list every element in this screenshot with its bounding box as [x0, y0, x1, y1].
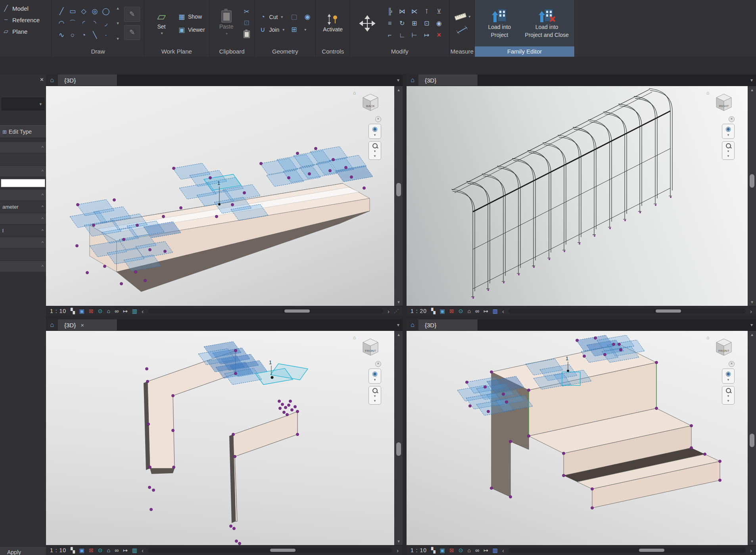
hscroll-thumb[interactable] [284, 309, 310, 313]
scrollbar-thumb[interactable] [750, 174, 754, 188]
plane-tool[interactable]: ▱ Plane [2, 28, 49, 35]
crop-view-icon[interactable]: ⊠ [449, 547, 454, 553]
home-view-icon[interactable]: ⌂ [468, 308, 471, 314]
palette-section-header[interactable]: ^ [0, 261, 46, 272]
home-icon[interactable]: ⌂ [46, 319, 58, 330]
scroll-up-icon[interactable]: ▴ [395, 332, 403, 337]
view-tabs-menu-icon[interactable]: ▾ [397, 322, 399, 328]
panel-label-modify[interactable]: Modify [350, 46, 449, 57]
detail-level-icon[interactable]: ▚ [71, 547, 75, 553]
quarter-arc-tool-icon[interactable]: ◞ [100, 17, 111, 29]
hscroll-thumb[interactable] [656, 309, 681, 313]
start-end-radius-arc-tool-icon[interactable]: ◠ [56, 17, 67, 29]
partial-ellipse-tool-icon[interactable]: ◔ [78, 29, 89, 41]
zoom-chevron-icon[interactable]: ▾ [727, 394, 729, 398]
cut-to-clipboard-icon[interactable]: ✂ [243, 8, 251, 16]
navbar-close-icon[interactable]: × [729, 361, 735, 367]
reference-tool[interactable]: ┄ Reference [2, 16, 49, 23]
copy-to-clipboard-icon[interactable]: ⊡ [243, 19, 251, 27]
scroll-right-icon[interactable]: › [397, 547, 399, 554]
scroll-up-icon[interactable]: ▴ [395, 87, 403, 92]
drawing-canvas[interactable]: ⌂ RIGHT × ◉ ▾ ▾ [407, 86, 756, 306]
rotate-icon[interactable]: ↻ [396, 17, 408, 29]
gallery-expand-icon[interactable]: ▾ [117, 36, 119, 41]
hscroll-thumb[interactable] [270, 549, 295, 552]
gallery-scroll-up-icon[interactable]: ▴ [117, 6, 119, 11]
viewcube[interactable]: ⌂ BACK [359, 91, 382, 114]
spline-tool-icon[interactable]: ∿ [56, 29, 67, 41]
view-tab-3d[interactable]: {3D} [58, 75, 117, 86]
sketch-tool-icon[interactable]: ✎ [124, 7, 140, 22]
reveal-hidden-icon[interactable]: ∞ [475, 308, 479, 314]
visual-style-icon[interactable]: ▣ [79, 308, 84, 314]
worksharing-icon[interactable]: ▥ [493, 308, 498, 314]
horizontal-scrollbar[interactable] [148, 548, 392, 553]
drawing-canvas[interactable]: 1 ⌂ BACK × ◉ ▾ [46, 86, 403, 306]
home-icon[interactable]: ⌂ [407, 319, 418, 330]
match-type-icon[interactable] [243, 31, 249, 38]
zoom-icon[interactable] [372, 388, 378, 393]
home-icon[interactable]: ⌂ [407, 75, 418, 86]
panel-label-draw[interactable]: Draw [52, 46, 144, 57]
panel-label-family-editor[interactable]: Family Editor [475, 46, 574, 57]
scroll-left-icon[interactable]: ‹ [502, 547, 504, 554]
palette-row[interactable] [0, 249, 46, 260]
navigation-bar[interactable]: × ◉ ▾ ▾ ▾ [368, 116, 381, 160]
worksharing-icon[interactable]: ▥ [132, 547, 137, 553]
view-tab-3d[interactable]: {3D} [418, 319, 478, 330]
scale-button[interactable]: 1 : 10 [411, 547, 427, 553]
point-element-tool-icon[interactable]: ∙ [100, 29, 111, 41]
navbar-expand-icon[interactable]: ▾ [374, 399, 376, 403]
visual-style-icon[interactable]: ▣ [79, 547, 84, 553]
scroll-right-icon[interactable]: › [750, 547, 752, 554]
home-view-icon[interactable]: ⌂ [468, 547, 471, 553]
scroll-down-icon[interactable]: ▾ [395, 300, 403, 305]
viewcube-home-icon[interactable]: ⌂ [706, 90, 709, 96]
visual-style-icon[interactable]: ▣ [440, 547, 445, 553]
horizontal-scrollbar[interactable] [148, 309, 383, 313]
navigation-bar[interactable]: × ◉ ▾ ▾ ▾ [368, 361, 381, 405]
isolate-icon[interactable]: ↦ [123, 308, 128, 314]
steering-wheel-group[interactable]: ◉ ▾ [368, 124, 381, 139]
detail-level-icon[interactable]: ▚ [431, 547, 436, 553]
aligned-dimension-button[interactable] [456, 25, 468, 36]
zoom-icon[interactable] [726, 388, 731, 393]
paste-button[interactable]: Paste ▾ [213, 10, 240, 37]
draw-gallery-scrollbar[interactable]: ▴ ▾ ▾ [115, 6, 121, 41]
steering-wheel-icon[interactable]: ◉ [372, 371, 378, 377]
zoom-chevron-icon[interactable]: ▾ [374, 394, 376, 398]
array-icon[interactable]: ⊞ [408, 17, 420, 29]
navbar-expand-icon[interactable]: ▾ [374, 154, 376, 158]
view-tabs-menu-icon[interactable]: ▾ [750, 77, 753, 83]
palette-section-header[interactable]: ^ [0, 142, 46, 153]
copy-icon[interactable]: ⊡ [420, 17, 433, 29]
navbar-chevron-icon[interactable]: ▾ [727, 133, 729, 137]
apply-button[interactable]: Apply [0, 547, 46, 555]
hscroll-thumb[interactable] [639, 549, 664, 552]
show-workplane-button[interactable]: ▦ Show [178, 13, 205, 21]
vertical-scrollbar[interactable]: ▴ ▾ [394, 331, 403, 545]
circumscribed-polygon-tool-icon[interactable]: ◎ [89, 6, 100, 17]
reveal-hidden-icon[interactable]: ∞ [115, 308, 119, 314]
palette-row-l[interactable]: l ^ [0, 225, 46, 236]
delete-icon[interactable]: × [433, 29, 445, 41]
scale-button[interactable]: 1 : 10 [50, 547, 66, 553]
panel-label-geometry[interactable]: Geometry [255, 46, 316, 57]
zoom-icon[interactable] [372, 143, 378, 148]
viewcube-home-icon[interactable]: ⌂ [353, 90, 356, 96]
mirror-pick-axis-icon[interactable]: ⋈ [396, 6, 408, 17]
view-tab-3d[interactable]: {3D} × [58, 319, 117, 330]
model-tool[interactable]: ╱ Model [2, 5, 49, 12]
navbar-close-icon[interactable]: × [375, 361, 381, 367]
vertical-scrollbar[interactable]: ▴ ▾ [748, 331, 756, 545]
panel-label-controls[interactable]: Controls [316, 46, 350, 57]
pin-icon[interactable]: ◉ [433, 17, 445, 29]
steering-wheel-group[interactable]: ◉ ▾ [368, 369, 381, 384]
isolate-icon[interactable]: ↦ [484, 547, 488, 553]
steering-wheel-icon[interactable]: ◉ [725, 371, 731, 377]
circle-tool-icon[interactable]: ◯ [100, 6, 111, 17]
reveal-crop-icon[interactable]: ⊙ [98, 308, 103, 314]
trim-extend-multiple-icon[interactable]: ↦ [420, 29, 433, 41]
mirror-draw-axis-icon[interactable]: ⋉ [408, 6, 420, 17]
navbar-close-icon[interactable]: × [729, 116, 735, 122]
